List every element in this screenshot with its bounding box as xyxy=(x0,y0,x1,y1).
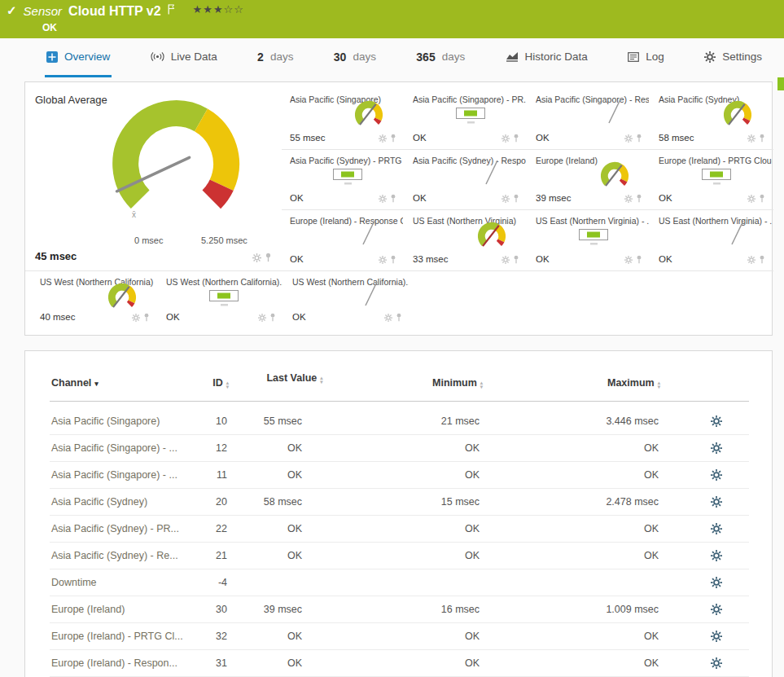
tab-log[interactable]: Log xyxy=(626,38,666,77)
tab-365-days[interactable]: 365days xyxy=(414,38,466,77)
mini-gauge xyxy=(351,97,387,133)
channel-id: 32 xyxy=(172,623,227,649)
sort-icon: ▴▾ xyxy=(480,380,483,389)
gear-icon[interactable] xyxy=(132,314,140,322)
gear-icon[interactable] xyxy=(379,256,387,264)
pin-icon[interactable] xyxy=(143,313,150,322)
channel-settings-button[interactable] xyxy=(711,631,722,642)
tab-2-days[interactable]: 2days xyxy=(256,38,295,77)
overview-icon xyxy=(46,51,58,63)
gear-icon[interactable] xyxy=(258,314,266,322)
channel-minimum: 21 msec xyxy=(375,408,480,434)
channel-id: 12 xyxy=(172,435,227,461)
channel-tile[interactable]: Asia Pacific (Singapore) - PR... OK xyxy=(405,89,528,150)
channel-tile-value: OK xyxy=(659,254,672,264)
gear-icon[interactable] xyxy=(624,195,633,203)
mini-gauge xyxy=(104,279,140,315)
pin-icon[interactable] xyxy=(269,313,276,322)
column-header-last-value[interactable]: Last Value▴▾ xyxy=(263,372,326,385)
tab-historic-data[interactable]: Historic Data xyxy=(504,38,589,77)
tab-settings[interactable]: Settings xyxy=(703,38,764,77)
pin-icon[interactable] xyxy=(390,255,396,264)
channel-tile-widget xyxy=(208,289,241,309)
channel-id: -4 xyxy=(172,569,227,596)
channel-name: Asia Pacific (Singapore) - ... xyxy=(51,462,177,488)
table-row: Europe (Ireland) - PRTG Cl... 32 OK OK O… xyxy=(50,623,749,650)
channel-settings-button[interactable] xyxy=(711,442,722,454)
channel-last-value: OK xyxy=(237,543,302,569)
gear-icon[interactable] xyxy=(747,134,756,143)
pin-icon[interactable] xyxy=(513,134,519,143)
priority-stars[interactable]: ★★★☆☆ xyxy=(193,3,244,16)
gear-icon[interactable] xyxy=(501,256,510,264)
channel-tile[interactable]: Asia Pacific (Sydney) 58 msec xyxy=(650,89,773,150)
channel-tile-widget xyxy=(353,217,386,249)
channel-last-value: 39 msec xyxy=(237,596,302,622)
channel-settings-button[interactable] xyxy=(711,523,722,534)
pin-icon[interactable] xyxy=(513,194,519,203)
channel-tile[interactable]: US East (Northern Virginia) 33 msec xyxy=(405,210,528,271)
pin-icon[interactable] xyxy=(759,134,765,143)
channel-settings-button[interactable] xyxy=(711,577,722,588)
gear-icon[interactable] xyxy=(747,256,756,264)
channel-tile[interactable]: US East (Northern Virginia) - ... OK xyxy=(650,210,773,271)
pin-icon[interactable] xyxy=(636,134,642,143)
flag-icon[interactable] xyxy=(168,4,175,15)
pin-icon[interactable] xyxy=(396,313,402,322)
needle-indicator xyxy=(599,95,632,128)
tab-live-data[interactable]: Live Data xyxy=(149,38,219,77)
column-header-maximum[interactable]: Maximum▴▾ xyxy=(607,377,660,389)
gear-icon[interactable] xyxy=(501,134,510,143)
pin-icon[interactable] xyxy=(265,253,272,262)
channel-settings-button[interactable] xyxy=(711,469,722,481)
channel-tile[interactable]: Europe (Ireland) - PRTG Cloud... OK xyxy=(650,150,773,211)
channel-tile[interactable]: US West (Northern California) 40 msec xyxy=(32,271,158,328)
gear-icon[interactable] xyxy=(252,253,261,262)
channel-tile[interactable]: Europe (Ireland) 39 msec xyxy=(528,150,650,211)
pin-icon[interactable] xyxy=(636,194,642,203)
pin-icon[interactable] xyxy=(513,255,519,264)
gear-icon[interactable] xyxy=(384,314,392,322)
channel-tile[interactable]: Asia Pacific (Sydney) - Respo... OK xyxy=(405,150,528,211)
tab-30-days[interactable]: 30days xyxy=(332,38,378,77)
channel-tile-widget xyxy=(356,278,388,310)
gear-icon xyxy=(711,657,722,669)
gear-icon[interactable] xyxy=(624,256,633,264)
channel-tile-widget xyxy=(104,279,140,315)
pin-icon[interactable] xyxy=(759,194,765,203)
channel-settings-button[interactable] xyxy=(711,604,722,615)
channel-tile[interactable]: US West (Northern California)... OK xyxy=(158,271,284,328)
tile-actions xyxy=(501,255,519,264)
channel-tile[interactable]: Asia Pacific (Sydney) - PRTG ... OK xyxy=(282,150,405,211)
gear-icon[interactable] xyxy=(379,134,387,143)
channel-tile[interactable]: US West (Northern California)... OK xyxy=(284,271,410,328)
gear-icon[interactable] xyxy=(379,195,387,203)
tile-actions xyxy=(624,194,642,203)
pin-icon[interactable] xyxy=(759,255,765,264)
column-header-id[interactable]: ID▴▾ xyxy=(196,377,229,389)
channel-tile-widget xyxy=(578,228,611,248)
gear-icon[interactable] xyxy=(501,195,510,203)
tab-overview[interactable]: Overview xyxy=(45,38,112,77)
column-header-minimum[interactable]: Minimum▴▾ xyxy=(432,377,483,389)
channel-tile-value: 58 msec xyxy=(659,133,694,143)
channel-minimum: OK xyxy=(375,623,480,649)
tab-bar: Overview Live Data 2days 30days 365days … xyxy=(0,38,784,77)
channel-tile[interactable]: Europe (Ireland) - Response C... OK xyxy=(282,210,405,271)
edge-status-strip xyxy=(777,77,784,90)
pin-icon[interactable] xyxy=(390,194,396,203)
channel-tile[interactable]: US East (Northern Virginia) - ... OK xyxy=(528,210,650,271)
channel-tile-title: Asia Pacific (Singapore) - PR... xyxy=(413,95,526,104)
channel-settings-button[interactable] xyxy=(711,550,722,561)
gear-icon[interactable] xyxy=(747,195,756,203)
channel-tile[interactable]: Asia Pacific (Singapore) 55 msec xyxy=(282,89,405,150)
gear-icon[interactable] xyxy=(624,134,633,143)
column-header-channel[interactable]: Channel▾ xyxy=(51,377,99,389)
pin-icon[interactable] xyxy=(636,255,642,264)
pin-icon[interactable] xyxy=(390,134,396,143)
channel-settings-button[interactable] xyxy=(711,415,722,427)
channel-tile[interactable]: Asia Pacific (Singapore) - Res... OK xyxy=(528,89,650,150)
channel-settings-button[interactable] xyxy=(711,496,722,508)
channel-settings-button[interactable] xyxy=(711,657,722,669)
table-row: Europe (Ireland) 30 39 msec 16 msec 1.00… xyxy=(50,596,749,623)
